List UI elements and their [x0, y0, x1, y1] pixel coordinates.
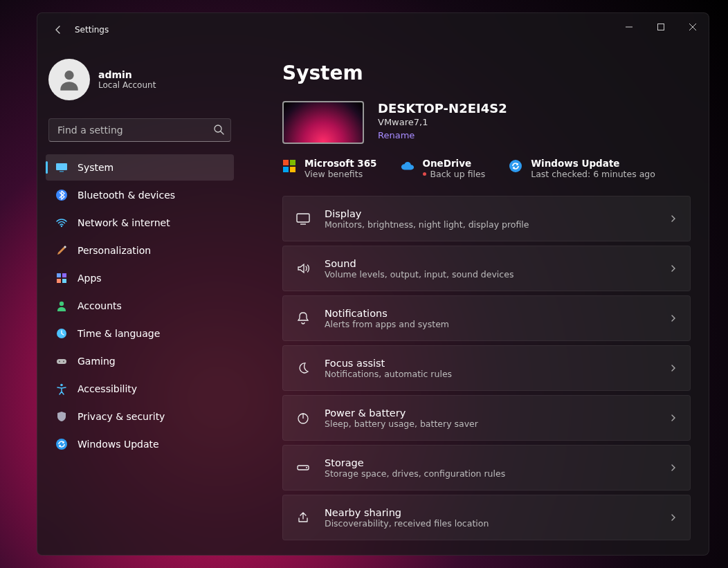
settings-row-storage[interactable]: StorageStorage space, drives, configurat…	[282, 445, 691, 491]
maximize-button[interactable]	[645, 13, 677, 41]
settings-row-focus[interactable]: Focus assistNotifications, automatic rul…	[282, 345, 691, 391]
settings-row-power[interactable]: Power & batterySleep, battery usage, bat…	[282, 395, 691, 441]
svg-rect-5	[56, 163, 67, 170]
chevron-right-icon	[669, 464, 677, 472]
user-profile[interactable]: admin Local Account	[46, 55, 237, 111]
row-title: Focus assist	[325, 358, 655, 369]
row-desc: Discoverability, received files location	[325, 518, 655, 529]
nav-item-accounts[interactable]: Accounts	[46, 293, 234, 319]
svg-point-30	[306, 467, 307, 468]
moon-icon	[295, 360, 311, 376]
nav-item-privacy[interactable]: Privacy & security	[46, 403, 234, 430]
row-title: Notifications	[325, 308, 655, 319]
maximize-icon	[657, 24, 664, 30]
settings-row-sound[interactable]: SoundVolume levels, output, input, sound…	[282, 246, 691, 291]
onedrive-icon	[401, 159, 415, 173]
quick-card-onedrive[interactable]: OneDrive Back up files	[401, 158, 486, 179]
chevron-right-icon	[669, 513, 677, 522]
nav-label: Apps	[78, 273, 102, 284]
apps-icon	[55, 272, 68, 284]
nav-item-gaming[interactable]: Gaming	[46, 348, 234, 374]
nav-label: Gaming	[78, 356, 116, 367]
nav-item-apps[interactable]: Apps	[46, 265, 234, 291]
device-wallpaper-thumb[interactable]	[282, 101, 364, 144]
settings-row-display[interactable]: DisplayMonitors, brightness, night light…	[282, 196, 691, 241]
settings-row-nearby[interactable]: Nearby sharingDiscoverability, received …	[282, 495, 691, 540]
rename-link[interactable]: Rename	[378, 130, 415, 140]
row-title: Display	[325, 208, 655, 219]
row-desc: Notifications, automatic rules	[325, 369, 655, 379]
quick-subtitle: Back up files	[423, 169, 486, 179]
alert-dot-icon	[423, 172, 426, 176]
settings-list: DisplayMonitors, brightness, night light…	[282, 196, 691, 540]
share-icon	[295, 510, 311, 525]
search-input[interactable]	[48, 118, 231, 142]
svg-rect-11	[57, 279, 61, 283]
device-name: DESKTOP-N2EI4S2	[378, 101, 507, 116]
nav-item-bluetooth[interactable]: Bluetooth & devices	[46, 182, 234, 208]
quick-card-winupdate[interactable]: Windows Update Last checked: 6 minutes a…	[509, 158, 655, 179]
nav-item-update[interactable]: Windows Update	[46, 431, 234, 457]
nav: System Bluetooth & devices Network & int…	[46, 154, 237, 457]
user-name: admin	[98, 69, 156, 80]
gamepad-icon	[55, 355, 68, 367]
minimize-button[interactable]	[613, 13, 645, 41]
monitor-icon	[55, 161, 68, 174]
nav-item-network[interactable]: Network & internet	[46, 210, 234, 236]
row-desc: Alerts from apps and system	[325, 319, 655, 329]
nav-item-accessibility[interactable]: Accessibility	[46, 376, 234, 402]
row-desc: Volume levels, output, input, sound devi…	[325, 269, 655, 280]
settings-row-notifications[interactable]: NotificationsAlerts from apps and system	[282, 295, 691, 341]
svg-rect-12	[62, 279, 66, 283]
window-controls	[613, 13, 709, 41]
bell-icon	[295, 311, 311, 326]
device-info: DESKTOP-N2EI4S2 VMware7,1 Rename	[378, 101, 507, 141]
nav-item-personalization[interactable]: Personalization	[46, 237, 234, 264]
avatar	[48, 59, 90, 100]
svg-point-13	[60, 302, 64, 306]
back-button[interactable]	[44, 16, 72, 44]
svg-rect-21	[290, 160, 295, 165]
nav-label: Accounts	[78, 300, 122, 311]
quick-card-m365[interactable]: Microsoft 365 View benefits	[282, 158, 377, 179]
close-button[interactable]	[677, 13, 709, 41]
microsoft-logo-icon	[282, 159, 296, 173]
svg-point-19	[56, 439, 67, 450]
quick-title: Microsoft 365	[304, 158, 377, 169]
nav-label: Bluetooth & devices	[78, 190, 175, 201]
window-title: Settings	[75, 25, 109, 35]
nav-label: Personalization	[78, 245, 151, 256]
close-icon	[689, 24, 696, 30]
sound-icon	[295, 261, 311, 276]
svg-rect-25	[297, 214, 309, 222]
chevron-right-icon	[669, 364, 677, 372]
quick-cards: Microsoft 365 View benefits OneDrive Bac…	[282, 158, 691, 179]
settings-window: Settings admin Local Account	[37, 12, 709, 556]
row-title: Sound	[325, 258, 655, 269]
chevron-right-icon	[669, 214, 677, 223]
display-icon	[295, 211, 311, 226]
windows-update-icon	[509, 159, 522, 173]
device-block: DESKTOP-N2EI4S2 VMware7,1 Rename	[282, 101, 691, 144]
svg-rect-23	[290, 167, 295, 172]
nav-item-time[interactable]: Time & language	[46, 320, 234, 347]
quick-subtitle: View benefits	[304, 169, 377, 179]
svg-line-4	[221, 131, 224, 134]
page-title: System	[282, 62, 691, 84]
minimize-icon	[626, 24, 633, 30]
nav-label: Time & language	[78, 328, 160, 339]
bluetooth-icon	[55, 189, 68, 201]
row-title: Nearby sharing	[325, 507, 655, 518]
storage-icon	[295, 460, 311, 475]
row-title: Power & battery	[325, 407, 655, 419]
chevron-right-icon	[669, 314, 677, 322]
nav-item-system[interactable]: System	[46, 154, 234, 181]
search-icon	[213, 124, 224, 135]
user-icon	[56, 66, 82, 93]
svg-point-24	[509, 160, 522, 172]
svg-rect-15	[57, 359, 66, 364]
search-box	[48, 118, 231, 142]
nav-label: Accessibility	[78, 383, 137, 394]
titlebar: Settings	[37, 13, 709, 46]
svg-rect-9	[57, 273, 61, 277]
